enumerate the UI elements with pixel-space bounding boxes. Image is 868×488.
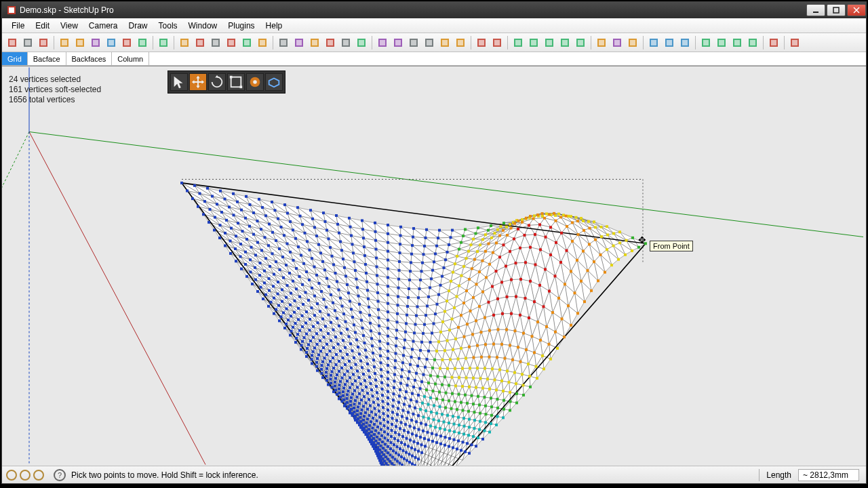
scale-icon[interactable] xyxy=(208,35,223,50)
top-icon[interactable] xyxy=(391,35,406,50)
line-icon[interactable] xyxy=(57,35,72,50)
svg-rect-1076 xyxy=(362,405,365,407)
cursor-tool[interactable] xyxy=(170,73,188,91)
status-icon-1[interactable] xyxy=(6,470,17,481)
extrude-tool[interactable] xyxy=(265,73,283,91)
menu-view[interactable]: View xyxy=(55,20,83,32)
menu-draw[interactable]: Draw xyxy=(123,20,153,32)
move-vertex-tool[interactable] xyxy=(189,73,207,91)
maximize-button[interactable] xyxy=(827,4,846,16)
section3-icon[interactable] xyxy=(542,35,557,50)
menu-plugins[interactable]: Plugins xyxy=(222,20,260,32)
right-icon[interactable] xyxy=(422,35,437,50)
tab-bacface[interactable]: Bacface xyxy=(28,52,66,65)
tab-backfaces[interactable]: Backfaces xyxy=(66,52,113,65)
menu-file[interactable]: File xyxy=(6,20,30,32)
svg-rect-115 xyxy=(322,211,325,214)
plugin1-icon[interactable] xyxy=(646,35,661,50)
sandbox1-icon[interactable] xyxy=(698,35,713,50)
scale-vertex-tool[interactable] xyxy=(227,73,245,91)
svg-rect-651 xyxy=(492,343,495,346)
select-icon[interactable] xyxy=(5,35,20,50)
sandbox3-icon[interactable] xyxy=(730,35,745,50)
length-value[interactable]: ~ 2812,3mm xyxy=(798,469,859,481)
zoom-window-icon[interactable] xyxy=(338,35,353,50)
svg-rect-412 xyxy=(346,283,349,286)
rotate-icon[interactable] xyxy=(193,35,208,50)
svg-rect-587 xyxy=(268,289,271,292)
previous-icon[interactable] xyxy=(354,35,369,50)
svg-rect-294 xyxy=(264,236,267,239)
arc-icon[interactable] xyxy=(88,35,103,50)
circle-icon[interactable] xyxy=(119,35,134,50)
polygon-icon[interactable] xyxy=(104,35,119,50)
rotate-vertex-tool[interactable] xyxy=(208,73,226,91)
tab-column[interactable]: Column xyxy=(112,52,149,65)
paint-icon[interactable] xyxy=(20,35,35,50)
menu-camera[interactable]: Camera xyxy=(83,20,123,32)
status-icon-2[interactable] xyxy=(20,470,31,481)
svg-rect-921 xyxy=(316,357,319,360)
svg-rect-1096 xyxy=(443,444,446,447)
svg-rect-616 xyxy=(514,329,517,332)
titlebar[interactable]: Demo.skp - SketchUp Pro xyxy=(2,2,866,18)
menu-help[interactable]: Help xyxy=(260,20,288,32)
followme-icon[interactable] xyxy=(239,35,254,50)
shade1-icon[interactable] xyxy=(474,35,489,50)
soft-tool[interactable] xyxy=(246,73,264,91)
sandbox2-icon[interactable] xyxy=(714,35,729,50)
svg-rect-814 xyxy=(329,350,332,352)
left-icon[interactable] xyxy=(453,35,468,50)
shade2-icon[interactable] xyxy=(490,35,505,50)
front-icon[interactable] xyxy=(406,35,421,50)
section2-icon[interactable] xyxy=(526,35,541,50)
close-button[interactable] xyxy=(847,4,866,16)
help-icon[interactable]: ? xyxy=(54,469,66,481)
vertex-toolbar[interactable] xyxy=(167,70,285,94)
menu-edit[interactable]: Edit xyxy=(30,20,55,32)
back-icon[interactable] xyxy=(437,35,452,50)
tape-icon[interactable] xyxy=(255,35,270,50)
svg-rect-744 xyxy=(351,350,354,352)
move-icon[interactable] xyxy=(177,35,192,50)
extra2-icon[interactable] xyxy=(787,35,802,50)
offset-icon[interactable] xyxy=(224,35,239,50)
svg-rect-1148 xyxy=(393,437,396,440)
freehand-icon[interactable] xyxy=(135,35,150,50)
extra1-icon[interactable] xyxy=(766,35,781,50)
eraser-icon[interactable] xyxy=(36,35,51,50)
text-icon[interactable] xyxy=(625,35,640,50)
svg-rect-311 xyxy=(454,262,456,265)
sandbox4-icon[interactable] xyxy=(745,35,760,50)
zoom-extents-icon[interactable] xyxy=(323,35,338,50)
minimize-button[interactable] xyxy=(806,4,825,16)
section5-icon[interactable] xyxy=(573,35,588,50)
menu-tools[interactable]: Tools xyxy=(153,20,183,32)
svg-rect-1083 xyxy=(391,423,393,426)
pushpull-icon[interactable] xyxy=(156,35,171,50)
svg-rect-709 xyxy=(364,349,367,352)
pan-icon[interactable] xyxy=(292,35,307,50)
status-icon-3[interactable] xyxy=(33,470,44,481)
svg-rect-282 xyxy=(548,214,551,216)
dim-icon[interactable] xyxy=(610,35,625,50)
tab-grid[interactable]: Grid xyxy=(2,52,28,65)
svg-rect-441 xyxy=(269,265,271,268)
zoom-icon[interactable] xyxy=(307,35,322,50)
svg-rect-812 xyxy=(316,343,319,346)
section1-icon[interactable] xyxy=(511,35,526,50)
axes-icon[interactable] xyxy=(594,35,609,50)
svg-rect-981 xyxy=(437,420,440,422)
rect-icon[interactable] xyxy=(73,35,87,50)
plugin3-icon[interactable] xyxy=(677,35,692,50)
svg-rect-1150 xyxy=(400,441,403,444)
menu-window[interactable]: Window xyxy=(183,20,223,32)
plugin2-icon[interactable] xyxy=(662,35,677,50)
svg-rect-501 xyxy=(491,285,494,288)
svg-rect-694 xyxy=(535,365,538,368)
viewport[interactable]: 24 vertices selected 161 vertices soft-s… xyxy=(2,66,866,466)
orbit-icon[interactable] xyxy=(276,35,291,50)
iso-icon[interactable] xyxy=(375,35,390,50)
svg-rect-796 xyxy=(454,384,457,387)
section4-icon[interactable] xyxy=(557,35,572,50)
